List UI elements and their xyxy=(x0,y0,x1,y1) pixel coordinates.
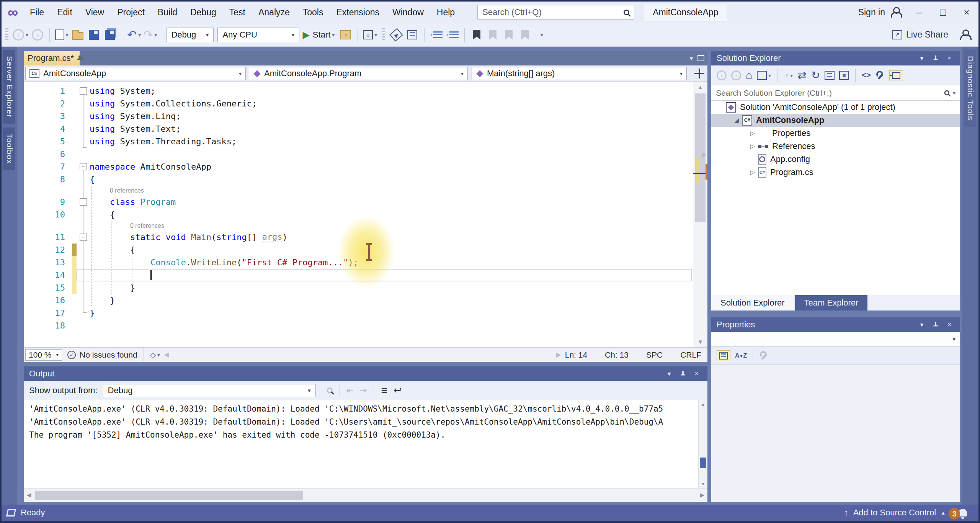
save-button[interactable] xyxy=(87,26,101,43)
window-position-dropdown[interactable]: ▾ xyxy=(916,321,927,329)
document-health-indicator[interactable]: ◇▾ xyxy=(150,350,160,360)
code-line-9[interactable]: 9− class Program xyxy=(24,196,693,208)
navigate-forward-button[interactable]: › xyxy=(31,26,44,43)
sync-with-active-document-button[interactable]: ⌂▾ xyxy=(363,26,377,43)
solution-explorer-search-input[interactable]: Search Solution Explorer (Ctrl+;) ▾ xyxy=(711,85,960,101)
tool-tab-toolbox[interactable]: Toolbox xyxy=(3,127,15,170)
code-lines[interactable]: 1−using System;2using System.Collections… xyxy=(24,85,693,332)
menu-test[interactable]: Test xyxy=(223,2,252,23)
column-indicator[interactable]: Ch: 13 xyxy=(605,350,629,360)
properties-button[interactable] xyxy=(875,71,885,80)
menu-project[interactable]: Project xyxy=(111,2,151,23)
code-text[interactable]: { xyxy=(90,173,693,186)
clear-all-icon[interactable]: ≡ xyxy=(381,384,387,397)
menu-file[interactable]: File xyxy=(23,2,51,23)
close-icon[interactable]: × xyxy=(691,370,702,378)
fold-margin[interactable]: − xyxy=(77,198,90,206)
save-all-button[interactable] xyxy=(103,26,117,43)
minimize-button[interactable]: – xyxy=(907,2,931,23)
decrease-indent-button[interactable]: ‹ xyxy=(430,26,443,43)
code-text[interactable]: using System; xyxy=(90,85,693,97)
codelens-references[interactable]: 0 references xyxy=(90,222,164,229)
output-vertical-scrollbar[interactable]: ▲ ▼ xyxy=(698,400,707,488)
fold-margin[interactable]: − xyxy=(77,163,90,170)
maximize-button[interactable]: □ xyxy=(931,2,955,23)
fold-toggle-icon[interactable]: − xyxy=(80,163,87,170)
code-text[interactable]: } xyxy=(90,281,693,294)
window-position-dropdown[interactable]: ▾ xyxy=(664,370,675,378)
categorized-button[interactable] xyxy=(717,350,730,361)
tool-tab-diagnostic-tools[interactable]: Diagnostic Tools xyxy=(964,50,976,127)
attach-to-process-button[interactable]: › xyxy=(339,26,353,43)
code-text[interactable]: } xyxy=(90,307,693,319)
fold-toggle-icon[interactable]: − xyxy=(80,87,87,95)
solution-configuration-dropdown[interactable]: Debug▾ xyxy=(166,28,214,42)
code-line-1[interactable]: 1−using System; xyxy=(24,85,693,97)
code-line-16[interactable]: 16 } xyxy=(24,294,693,307)
codelens-references[interactable]: 0 references xyxy=(90,187,144,194)
collapse-all-button[interactable] xyxy=(825,71,835,80)
code-text[interactable]: { xyxy=(90,208,693,221)
close-icon[interactable]: × xyxy=(944,321,955,329)
code-text[interactable] xyxy=(90,269,693,281)
code-text[interactable]: class Program xyxy=(90,196,693,208)
output-header[interactable]: Output ▾ × xyxy=(24,366,707,381)
code-line-13[interactable]: 13 Console.WriteLine("First C# Program..… xyxy=(24,256,693,269)
code-text[interactable] xyxy=(90,148,693,160)
tree-item-project[interactable]: ◢C#AmitConsoleApp xyxy=(711,114,960,127)
find-in-files-button[interactable]: ▶ xyxy=(389,26,403,43)
code-line-7[interactable]: 7−namespace AmitConsoleApp xyxy=(24,160,693,173)
code-text[interactable] xyxy=(90,319,693,332)
code-text[interactable]: Console.WriteLine("First C# Program...")… xyxy=(90,256,693,269)
menu-build[interactable]: Build xyxy=(151,2,184,23)
editor-horizontal-scrollbar[interactable]: ◀ ▶ xyxy=(160,351,565,359)
notifications-bell-icon[interactable]: 3 xyxy=(959,509,967,516)
sync-with-active-document-button[interactable]: ⇄ xyxy=(797,69,806,82)
code-line-2[interactable]: 2using System.Collections.Generic; xyxy=(24,97,693,110)
home-button[interactable]: ⌂ xyxy=(746,69,752,82)
menu-tools[interactable]: Tools xyxy=(296,2,330,23)
object-selector-dropdown[interactable]: ▾ xyxy=(711,332,960,346)
scroll-up-icon[interactable]: ▲ xyxy=(693,84,707,90)
solution-explorer-header[interactable]: Solution Explorer ▾ × xyxy=(711,51,960,65)
live-share-button[interactable]: ↗ Live Share xyxy=(892,29,948,40)
code-line-5[interactable]: 5using System.Threading.Tasks; xyxy=(24,135,693,148)
collapsed-arrow-icon[interactable]: ▷ xyxy=(747,130,758,137)
fold-toggle-icon[interactable]: − xyxy=(80,234,87,241)
back-button[interactable]: ‹ xyxy=(717,70,727,80)
quick-search-input[interactable]: Search (Ctrl+Q) xyxy=(477,5,634,20)
collapsed-arrow-icon[interactable]: ▷ xyxy=(747,169,758,176)
toolbar-overflow-button[interactable]: ▾ xyxy=(534,26,548,43)
alphabetical-sort-button[interactable]: A▼Z xyxy=(735,352,746,359)
collapsed-arrow-icon[interactable]: ▷ xyxy=(747,143,758,150)
previous-message-icon[interactable]: ⇤ xyxy=(347,386,354,396)
chevron-down-icon[interactable]: ▾ xyxy=(953,90,956,96)
show-all-files-button[interactable]: ≡ xyxy=(839,71,849,80)
code-text[interactable]: static void Main(string[] args) xyxy=(90,231,693,244)
tab-team-explorer[interactable]: Team Explorer xyxy=(795,295,868,311)
code-line-17[interactable]: 17} xyxy=(24,307,693,319)
tree-item-solution[interactable]: Solution 'AmitConsoleApp' (1 of 1 projec… xyxy=(711,101,960,114)
codelens-row[interactable]: 0 references xyxy=(24,186,693,196)
pin-icon[interactable] xyxy=(678,370,688,377)
code-line-3[interactable]: 3using System.Linq; xyxy=(24,110,693,123)
close-button[interactable]: × xyxy=(955,2,978,23)
tab-program-cs[interactable]: Program.cs* × xyxy=(24,51,80,65)
scrollbar-thumb[interactable] xyxy=(700,458,706,468)
close-icon[interactable]: × xyxy=(944,54,955,62)
menu-help[interactable]: Help xyxy=(430,2,461,23)
scroll-down-icon[interactable]: ▼ xyxy=(693,338,707,345)
space-mode-indicator[interactable]: SPC xyxy=(646,350,663,360)
fold-margin[interactable]: − xyxy=(77,87,90,95)
redo-button[interactable]: ↷▾ xyxy=(143,26,157,43)
editor-vertical-scrollbar[interactable]: ▲ ▼ xyxy=(693,82,707,347)
code-line-12[interactable]: 12 { xyxy=(24,244,693,256)
previous-bookmark-button[interactable] xyxy=(486,26,500,43)
code-text[interactable]: namespace AmitConsoleApp xyxy=(90,160,693,173)
fold-toggle-icon[interactable]: − xyxy=(80,198,87,206)
switch-views-button[interactable]: ▾ xyxy=(757,71,771,80)
tree-item-app-config[interactable]: App.config xyxy=(711,153,960,166)
code-line-10[interactable]: 10 { xyxy=(24,208,693,221)
project-dropdown[interactable]: C# AmitConsoleApp ▾ xyxy=(25,67,246,80)
add-to-source-control-button[interactable]: ↑ Add to Source Control ▲ xyxy=(844,507,946,518)
